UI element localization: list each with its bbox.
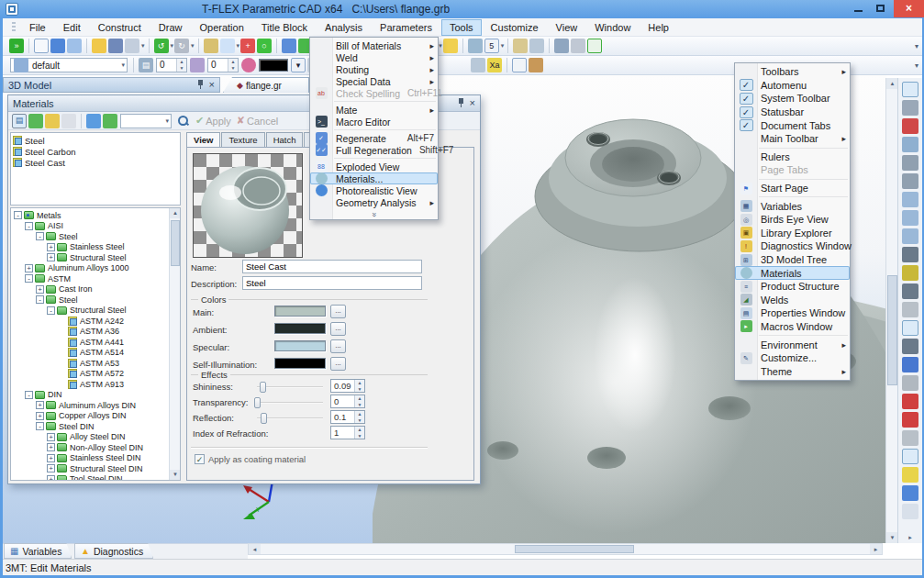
menu-item-toolbars[interactable]: Toolbars▸ [735,65,850,79]
menu-window[interactable]: Window [586,19,639,36]
resize-frame-alt-icon[interactable] [902,173,918,189]
library-explorer-icon[interactable]: ▣ [740,227,752,239]
layers-icon[interactable]: ▤ [139,58,153,72]
tree-item-copper-alloys-din[interactable]: +Copper Alloys DIN [11,411,180,422]
menu-item-document-tabs[interactable]: ✓Document Tabs [735,118,850,132]
model-tree-icon[interactable]: ⊞ [740,254,752,266]
menu-item-system-toolbar[interactable]: ✓System Toolbar [735,92,850,106]
material-list-item[interactable]: Steel Cast [13,157,178,168]
tree-item-steel-din[interactable]: -Steel DIN [11,421,180,432]
spray-render-icon[interactable] [902,485,918,501]
chevron-down-icon[interactable]: ▾ [141,42,145,50]
material-list-item[interactable]: Steel Carbon [13,146,178,157]
new-document-icon[interactable] [34,39,49,53]
search-icon[interactable] [177,115,189,127]
spin-up-icon[interactable]: ▲ [228,59,238,65]
spinner-arrows[interactable]: ▲▼ [228,59,238,72]
tree-item-astm[interactable]: -ASTM [11,273,180,284]
current-color-swatch[interactable] [259,59,288,72]
tree-item-aisi[interactable]: -AISI [11,221,180,232]
layers-display-icon[interactable] [902,375,918,391]
properties-icon[interactable]: ▤ [740,307,752,319]
menu-draw[interactable]: Draw [150,19,191,36]
menu-item-variables[interactable]: ▦Variables [735,199,850,213]
zoom-page-icon[interactable] [902,192,918,207]
scroll-right-icon[interactable]: ▸ [870,544,882,554]
scrollbar-thumb[interactable] [171,220,180,266]
minimize-button[interactable] [850,0,868,17]
effect-value-spin[interactable]: 0.09▲▼ [330,379,365,393]
scrollbar-thumb[interactable] [887,275,897,385]
menu-edit[interactable]: Edit [55,19,89,36]
tree-item-astm-a514[interactable]: ASTM A514 [11,348,180,359]
check-document-icon[interactable]: ○ [257,39,272,53]
scroll-down-icon[interactable]: ▼ [170,470,181,480]
menu-item-geometry-analysis[interactable]: Geometry Analysis▸ [310,196,438,208]
checkbox-icon[interactable]: ✓ [195,454,205,464]
spin-down-icon[interactable]: ▼ [355,417,364,424]
birds-eye-icon[interactable]: ◎ [740,214,752,226]
effect-slider[interactable] [257,417,323,419]
vertical-scrollbar[interactable]: ▲ ▼ [885,78,897,543]
level-number-spin[interactable]: 0▲▼ [207,58,239,72]
collapse-icon[interactable]: - [36,232,44,240]
spin-up-icon[interactable]: ▲ [177,59,186,65]
expand-icon[interactable]: + [25,264,33,272]
tab-diagnostics[interactable]: ▲Diagnostics [74,543,153,559]
color-picker-button[interactable]: ... [330,305,346,318]
tree-item-astm-a913[interactable]: ASTM A913 [11,379,180,390]
color-swatch[interactable] [274,323,326,334]
slider-thumb[interactable] [254,397,261,408]
description-field[interactable] [242,276,422,290]
menu-item-library-explorer[interactable]: ▣Library Explorer [735,227,850,240]
layer-cube-icon[interactable] [14,58,28,72]
toolbar-overflow-icon[interactable]: ▾ [915,42,918,50]
construction-pin-icon[interactable] [902,100,918,116]
spinner-arrows[interactable]: ▲▼ [354,395,364,407]
page-copy-icon[interactable] [512,58,527,72]
menu-item-theme[interactable]: Theme▸ [735,364,850,378]
color-swatch[interactable] [274,358,326,369]
maximize-button[interactable] [872,0,890,17]
move-view-icon[interactable] [902,357,918,372]
layer-number-spin[interactable]: 0▲▼ [156,58,187,72]
rotate-view-icon[interactable] [902,339,918,354]
menu-operation[interactable]: Operation [191,19,251,36]
coordinate-system-icon[interactable]: + [240,39,255,53]
name-field[interactable] [242,260,422,273]
undo-icon[interactable]: ↺ [154,39,169,53]
spinner-arrows[interactable]: ▲▼ [354,411,364,423]
materials-icon[interactable] [316,172,328,184]
effect-slider[interactable] [257,402,323,404]
start-page-icon[interactable]: ⚑ [740,183,752,195]
tree-item-structural-steel-din[interactable]: +Structural Steel DIN [11,463,180,474]
expand-icon[interactable]: + [47,243,55,251]
scrollbar-thumb[interactable] [515,545,634,553]
tree-item-aluminum-alloys-1000[interactable]: +Aluminum Alloys 1000 [11,263,180,274]
expand-icon[interactable]: + [36,412,44,420]
document-tab[interactable]: ◆ flange.gr [223,77,309,93]
menu-item-main-toolbar[interactable]: Main Toolbar▸ [735,132,850,146]
menu-customize[interactable]: Customize [483,19,547,36]
full-regeneration-icon[interactable]: ✓✓ [316,144,328,156]
toolbar-overflow-icon[interactable]: ▾ [915,61,918,70]
attach-file-icon[interactable] [554,39,569,53]
menu-item-bill-of-materials[interactable]: Bill of Materials▸ [310,39,438,51]
menu-item-welds[interactable]: ◢Welds [735,294,850,307]
tree-item-non-alloy-steel-din[interactable]: +Non-Alloy Steel DIN [11,442,180,453]
macros-icon[interactable]: ▸ [740,320,752,332]
apply-button[interactable]: ✔ Apply [195,115,231,127]
macro-editor-icon[interactable]: >_ [316,116,328,128]
display-filter-icon[interactable] [902,247,918,262]
model-config-icon[interactable] [529,58,543,72]
menu-item-macro-editor[interactable]: >_Macro Editor [310,116,438,128]
tree-item-alloy-steel-din[interactable]: +Alloy Steel DIN [11,432,180,443]
menu-tools[interactable]: Tools [441,19,482,36]
color-picker-button[interactable]: ... [330,339,346,353]
page-icon[interactable] [220,39,235,53]
menu-item-product-structure[interactable]: ≡Product Structure [735,280,850,294]
spinner-arrows[interactable]: ▲▼ [354,427,364,439]
print-icon[interactable] [125,39,139,53]
tree-item-tool-steel-din[interactable]: +Tool Steel DIN [11,474,180,482]
effect-value-spin[interactable]: 1▲▼ [330,426,365,439]
